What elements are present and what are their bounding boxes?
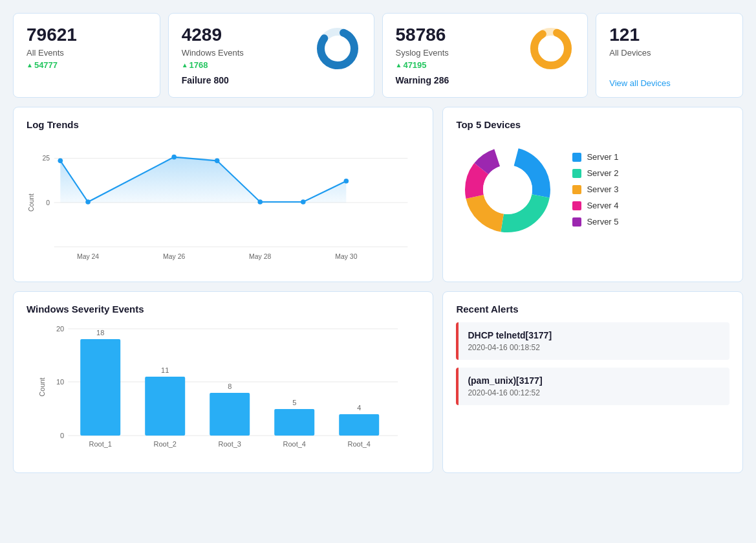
bar-root1 [80, 339, 120, 436]
legend-dot-4 [572, 201, 581, 210]
all-devices-number: 121 [609, 25, 729, 45]
windows-severity-chart: 20 10 0 Count 18 Root_1 11 Root_2 8 Root… [27, 322, 420, 458]
legend-item-1: Server 1 [572, 152, 618, 162]
svg-text:11: 11 [161, 366, 169, 374]
svg-text:18: 18 [96, 329, 104, 337]
legend-label-3: Server 3 [587, 184, 618, 194]
alert-time-1: 2020-04-16 00:18:52 [468, 343, 720, 352]
windows-events-text: 4289 Windows Events 1768 Failure 800 [182, 25, 244, 85]
top5-inner: Server 1 Server 2 Server 3 Server 4 [456, 138, 729, 241]
legend-dot-2 [572, 169, 581, 178]
windows-events-number: 4289 [182, 25, 244, 45]
syslog-events-change: 47195 [396, 60, 449, 70]
legend-dot-1 [572, 153, 581, 162]
top5-legend: Server 1 Server 2 Server 3 Server 4 [572, 152, 618, 227]
svg-text:May 30: May 30 [335, 253, 357, 260]
svg-text:25: 25 [42, 155, 50, 162]
svg-text:0: 0 [46, 199, 50, 206]
recent-alerts-title: Recent Alerts [456, 304, 729, 315]
all-devices-card: 121 All Devices View all Devices [596, 13, 743, 98]
windows-events-card: 4289 Windows Events 1768 Failure 800 [168, 13, 374, 98]
windows-severity-title: Windows Severity Events [27, 304, 420, 315]
all-events-label: All Events [27, 48, 147, 58]
data-point [215, 158, 220, 163]
all-events-number: 79621 [27, 25, 147, 45]
all-devices-label: All Devices [609, 48, 729, 58]
bar-root4a [274, 409, 314, 436]
syslog-events-label: Syslog Events [396, 48, 449, 58]
svg-text:0: 0 [60, 432, 64, 439]
alert-title-2: (pam_unix)[3177] [468, 375, 720, 386]
svg-point-3 [534, 32, 568, 65]
svg-text:Root_2: Root_2 [153, 440, 176, 448]
dashboard: 79621 All Events 54777 4289 Windows Even… [13, 13, 743, 473]
kpi-row: 79621 All Events 54777 4289 Windows Even… [13, 13, 743, 98]
legend-dot-5 [572, 217, 581, 227]
legend-label-1: Server 1 [587, 152, 618, 162]
legend-item-2: Server 2 [572, 168, 618, 178]
svg-text:10: 10 [56, 378, 64, 386]
recent-alerts-card: Recent Alerts DHCP telnetd[3177] 2020-04… [442, 291, 743, 473]
log-trends-title: Log Trends [27, 119, 420, 130]
bar-root4b [339, 414, 379, 436]
all-events-change: 54777 [27, 60, 147, 70]
data-point [301, 199, 306, 205]
legend-label-2: Server 2 [587, 168, 618, 178]
svg-text:Root_4: Root_4 [283, 440, 305, 448]
alert-item-1: DHCP telnetd[3177] 2020-04-16 00:18:52 [456, 322, 729, 360]
svg-text:8: 8 [228, 382, 232, 390]
syslog-events-sub: Warning 286 [396, 75, 449, 85]
syslog-events-text: 58786 Syslog Events 47195 Warning 286 [396, 25, 449, 85]
top5-title: Top 5 Devices [456, 119, 729, 130]
svg-text:May 24: May 24 [77, 253, 99, 260]
legend-label-4: Server 4 [587, 201, 618, 210]
data-point [344, 179, 349, 184]
data-point [85, 199, 91, 205]
svg-text:May 28: May 28 [249, 253, 271, 260]
svg-text:Root_1: Root_1 [89, 440, 111, 448]
syslog-donut-chart [528, 25, 574, 72]
svg-text:Count: Count [38, 377, 46, 396]
svg-text:20: 20 [56, 325, 64, 333]
all-events-card: 79621 All Events 54777 [13, 13, 160, 98]
bottom-row: Windows Severity Events 20 10 0 Count 18 [13, 291, 743, 473]
svg-point-1 [321, 32, 354, 65]
windows-events-change: 1768 [182, 60, 244, 70]
donut-center [483, 165, 532, 214]
bar-root2 [145, 377, 185, 436]
data-point [58, 158, 63, 163]
legend-item-3: Server 3 [572, 184, 618, 194]
middle-row: Log Trends 25 0 Count May 24 May 26 May … [13, 107, 743, 282]
legend-item-5: Server 5 [572, 217, 618, 227]
syslog-events-card: 58786 Syslog Events 47195 Warning 286 [382, 13, 589, 98]
windows-donut-wrap [314, 25, 361, 72]
windows-donut-chart [314, 25, 361, 72]
log-trends-card: Log Trends 25 0 Count May 24 May 26 May … [13, 107, 433, 282]
top5-devices-card: Top 5 Devices [442, 107, 743, 282]
svg-text:5: 5 [292, 399, 296, 406]
windows-events-inner: 4289 Windows Events 1768 Failure 800 [182, 25, 361, 85]
svg-text:May 26: May 26 [163, 253, 185, 260]
windows-events-sub: Failure 800 [182, 75, 244, 85]
alert-title-1: DHCP telnetd[3177] [468, 330, 720, 340]
data-point [257, 199, 263, 205]
view-all-devices-link[interactable]: View all Devices [609, 78, 729, 88]
windows-severity-card: Windows Severity Events 20 10 0 Count 18 [13, 291, 433, 473]
log-trends-chart: 25 0 Count May 24 May 26 May 28 May 30 [27, 138, 420, 267]
top5-donut [456, 138, 559, 241]
syslog-events-inner: 58786 Syslog Events 47195 Warning 286 [396, 25, 575, 85]
svg-text:Count: Count [28, 194, 35, 212]
legend-item-4: Server 4 [572, 201, 618, 210]
line-chart-fill [60, 157, 346, 202]
legend-label-5: Server 5 [587, 217, 618, 227]
data-point [171, 155, 177, 160]
alert-item-2: (pam_unix)[3177] 2020-04-16 00:12:52 [456, 368, 729, 405]
alert-time-2: 2020-04-16 00:12:52 [468, 388, 720, 397]
syslog-donut-wrap [528, 25, 574, 72]
windows-events-label: Windows Events [182, 48, 244, 58]
svg-text:Root_4: Root_4 [347, 440, 370, 448]
svg-text:4: 4 [357, 404, 361, 412]
syslog-events-number: 58786 [396, 25, 449, 45]
svg-text:Root_3: Root_3 [218, 440, 241, 448]
bar-root3 [210, 393, 250, 436]
